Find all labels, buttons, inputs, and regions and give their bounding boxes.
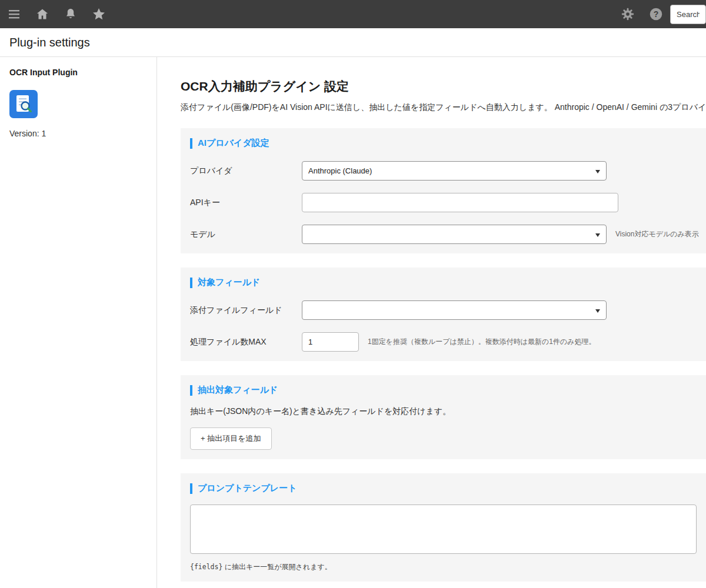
prompt-template-textarea[interactable] (190, 505, 697, 554)
help-icon: ? (648, 6, 664, 22)
svg-text:?: ? (654, 9, 659, 19)
section-target-fields-title: 対象フィールド (190, 277, 697, 288)
page-title: Plug-in settings (0, 28, 706, 57)
attachment-field-select[interactable] (302, 300, 607, 320)
attachment-field-label: 添付ファイルフィールド (190, 305, 302, 316)
attachment-field-select-wrap (302, 300, 607, 320)
gear-icon (620, 6, 635, 22)
section-ai-provider-title: AIプロバイダ設定 (190, 138, 697, 149)
model-select-wrap (302, 225, 607, 244)
model-label: モデル (190, 229, 302, 240)
max-files-note: 1固定を推奨（複数ループは禁止）。複数添付時は最新の1件のみ処理。 (368, 337, 596, 347)
section-title-label: AIプロバイダ設定 (198, 138, 269, 149)
notifications-button[interactable] (56, 0, 85, 28)
model-select[interactable] (302, 225, 607, 244)
section-extract-fields-title: 抽出対象フィールド (190, 385, 697, 396)
content-area: OCR Input Plugin Version: 1 OCR入力補助プラグイン… (0, 57, 706, 588)
settings-button[interactable] (614, 0, 642, 28)
row-max-files: 処理ファイル数MAX 1固定を推奨（複数ループは禁止）。複数添付時は最新の1件の… (190, 332, 697, 352)
help-button[interactable]: ? (642, 0, 670, 28)
bell-icon (64, 7, 78, 21)
section-accent-bar (190, 385, 192, 396)
section-title-label: 抽出対象フィールド (198, 385, 278, 396)
search-input[interactable] (670, 5, 706, 24)
plugin-name: OCR Input Plugin (9, 68, 147, 77)
provider-label: プロバイダ (190, 166, 302, 176)
provider-select[interactable]: Anthropic (Claude) (302, 161, 607, 181)
section-accent-bar (190, 278, 192, 288)
section-accent-bar (190, 483, 192, 494)
home-button[interactable] (28, 0, 56, 28)
row-api-key: APIキー (190, 193, 697, 212)
section-prompt-template: プロンプトテンプレート {fields} に抽出キー一覧が展開されます。 (181, 473, 706, 582)
section-target-fields: 対象フィールド 添付ファイルフィールド 処理ファイル数MAX 1固定を推奨（複数… (181, 268, 706, 361)
star-icon (91, 6, 106, 22)
row-model: モデル Vision対応モデルのみ表示 (190, 225, 697, 244)
settings-description: 添付ファイル(画像/PDF)をAI Vision APIに送信し、抽出した値を指… (181, 102, 706, 113)
api-key-input[interactable] (302, 193, 618, 212)
plugin-sidebar: OCR Input Plugin Version: 1 (0, 57, 157, 588)
row-provider: プロバイダ Anthropic (Claude) (190, 161, 697, 181)
plugin-icon (9, 90, 38, 118)
max-files-label: 処理ファイル数MAX (190, 337, 302, 348)
fields-placeholder-code: {fields} (190, 563, 222, 571)
max-files-input[interactable] (302, 332, 359, 352)
plugin-settings-main: OCR入力補助プラグイン 設定 添付ファイル(画像/PDF)をAI Vision… (157, 57, 706, 588)
add-extract-item-button[interactable]: + 抽出項目を追加 (190, 427, 272, 450)
ocr-document-magnifier-icon (9, 90, 38, 118)
section-accent-bar (190, 138, 192, 149)
topbar: ? (0, 0, 706, 28)
prompt-template-note: {fields} に抽出キー一覧が展開されます。 (190, 562, 697, 572)
section-title-label: 対象フィールド (198, 277, 260, 288)
section-title-label: プロンプトテンプレート (198, 483, 297, 494)
section-ai-provider: AIプロバイダ設定 プロバイダ Anthropic (Claude) APIキー… (181, 128, 706, 253)
prompt-note-text: に抽出キー一覧が展開されます。 (222, 563, 331, 571)
plugin-version: Version: 1 (9, 129, 147, 138)
home-icon (35, 7, 49, 21)
settings-title: OCR入力補助プラグイン 設定 (181, 78, 706, 95)
api-key-label: APIキー (190, 198, 302, 208)
section-extract-fields: 抽出対象フィールド 抽出キー(JSON内のキー名)と書き込み先フィールドを対応付… (181, 375, 706, 459)
hamburger-icon (7, 7, 21, 21)
section-prompt-template-title: プロンプトテンプレート (190, 483, 697, 494)
row-attachment-field: 添付ファイルフィールド (190, 300, 697, 320)
model-note: Vision対応モデルのみ表示 (615, 229, 699, 239)
extract-description: 抽出キー(JSON内のキー名)と書き込み先フィールドを対応付けます。 (190, 406, 697, 417)
hamburger-menu-button[interactable] (0, 0, 28, 28)
favorites-button[interactable] (85, 0, 113, 28)
provider-select-wrap: Anthropic (Claude) (302, 161, 607, 181)
